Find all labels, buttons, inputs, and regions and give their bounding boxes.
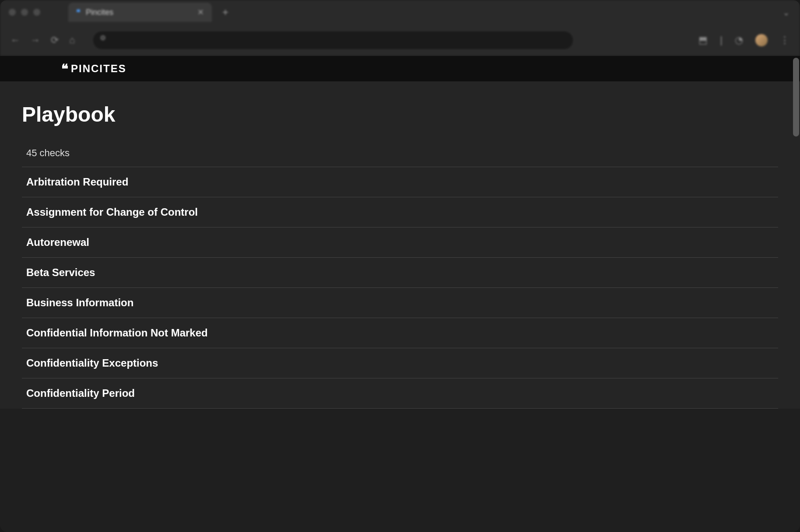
- browser-chrome: ❝ Pincites ✕ + ⌄ ← → ⟳ ⌂ ⚙ ⬒ | ◔ ⋮: [0, 0, 800, 56]
- page-title: Playbook: [22, 102, 778, 126]
- check-item[interactable]: Confidentiality Exceptions: [22, 348, 778, 378]
- check-item[interactable]: Arbitration Required: [22, 167, 778, 197]
- close-tab-icon[interactable]: ✕: [197, 7, 204, 17]
- divider: |: [720, 35, 723, 46]
- site-settings-icon[interactable]: ⚙: [96, 31, 109, 44]
- profile-avatar[interactable]: [755, 34, 768, 46]
- back-button[interactable]: ←: [11, 35, 20, 46]
- tab-bar: ❝ Pincites ✕ + ⌄: [0, 0, 800, 24]
- maximize-window-button[interactable]: [33, 9, 40, 16]
- close-window-button[interactable]: [9, 9, 16, 16]
- quote-icon: ❝: [61, 61, 67, 77]
- check-item[interactable]: Assignment for Change of Control: [22, 197, 778, 228]
- tabs-dropdown-icon[interactable]: ⌄: [783, 8, 789, 18]
- app-icon[interactable]: ◔: [735, 35, 743, 46]
- checks-list: Arbitration Required Assignment for Chan…: [22, 167, 778, 409]
- url-bar[interactable]: ⚙: [92, 31, 574, 50]
- check-item[interactable]: Business Information: [22, 288, 778, 318]
- tab-favicon-icon: ❝: [76, 7, 81, 17]
- home-button[interactable]: ⌂: [69, 35, 75, 46]
- minimize-window-button[interactable]: [21, 9, 28, 16]
- extensions-icon[interactable]: ⬒: [698, 35, 708, 46]
- checks-count: 45 checks: [22, 147, 778, 167]
- reload-button[interactable]: ⟳: [51, 35, 59, 46]
- check-item[interactable]: Confidential Information Not Marked: [22, 318, 778, 348]
- new-tab-button[interactable]: +: [222, 6, 228, 18]
- brand-name: PINCITES: [71, 63, 126, 75]
- main-content: Playbook 45 checks Arbitration Required …: [0, 81, 800, 409]
- menu-icon[interactable]: ⋮: [780, 35, 789, 46]
- check-item[interactable]: Beta Services: [22, 258, 778, 288]
- forward-button[interactable]: →: [31, 35, 40, 46]
- nav-bar: ← → ⟳ ⌂ ⚙ ⬒ | ◔ ⋮: [0, 24, 800, 56]
- tab-title: Pincites: [86, 8, 113, 17]
- window-controls: [9, 9, 40, 16]
- scrollbar-thumb[interactable]: [793, 58, 799, 136]
- app-header: ❝ PINCITES: [0, 56, 800, 81]
- browser-tab[interactable]: ❝ Pincites ✕: [68, 3, 212, 22]
- check-item[interactable]: Confidentiality Period: [22, 378, 778, 409]
- toolbar-right: ⬒ | ◔ ⋮: [698, 34, 789, 46]
- app-content: ❝ PINCITES Playbook 45 checks Arbitratio…: [0, 56, 800, 532]
- check-item[interactable]: Autorenewal: [22, 228, 778, 258]
- brand-logo[interactable]: ❝ PINCITES: [61, 61, 126, 77]
